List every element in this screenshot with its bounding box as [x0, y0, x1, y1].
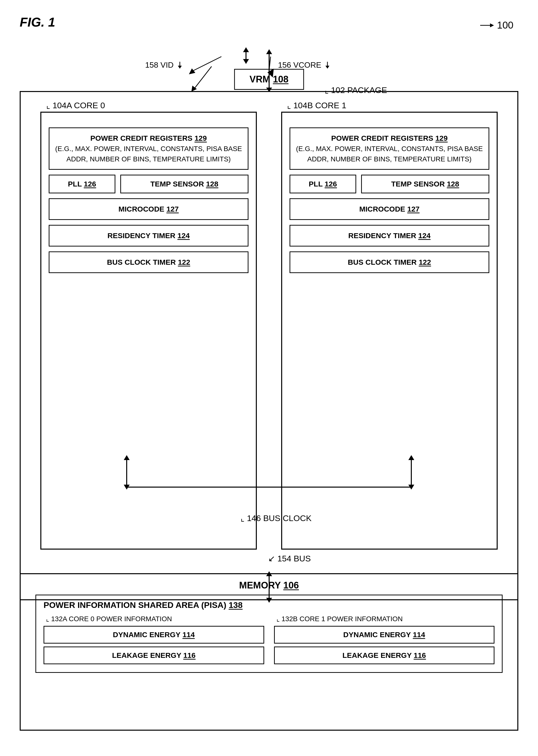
- vcore-label: 156 VCORE: [278, 61, 331, 70]
- core1-temp-sensor-box: TEMP SENSOR 128: [361, 175, 489, 193]
- core1-power-credit-box: POWER CREDIT REGISTERS 129 (E.G., MAX. P…: [290, 128, 489, 170]
- core1-dynamic-energy-box: DYNAMIC ENERGY 114: [274, 626, 495, 644]
- svg-marker-18: [191, 85, 197, 91]
- core0-pll-box: PLL 126: [49, 175, 115, 193]
- svg-marker-31: [243, 59, 249, 64]
- bus-label: ↙ 154 BUS: [268, 554, 311, 564]
- core0-pll-temp-row: PLL 126 TEMP SENSOR 128: [49, 175, 248, 193]
- vrm-box: VRM 108: [234, 69, 304, 90]
- core1-power-info-label: ⌞ 132B CORE 1 POWER INFORMATION: [274, 615, 495, 623]
- core0-residency-timer-box: RESIDENCY TIMER 124: [49, 225, 248, 246]
- svg-marker-15: [266, 49, 272, 54]
- core1-leakage-energy-box: LEAKAGE ENERGY 116: [274, 647, 495, 664]
- svg-marker-12: [189, 68, 195, 74]
- core1-label: ⌞ 104B CORE 1: [287, 100, 347, 110]
- bus-clock-label: ⌞ 146 BUS CLOCK: [241, 513, 311, 523]
- core0-temp-sensor-box: TEMP SENSOR 128: [120, 175, 248, 193]
- core1-microcode-box: MICROCODE 127: [290, 198, 489, 220]
- core1-power-info-col: ⌞ 132B CORE 1 POWER INFORMATION DYNAMIC …: [274, 615, 495, 667]
- core0-bus-clock-timer-box: BUS CLOCK TIMER 122: [49, 251, 248, 273]
- core0-label: ⌞ 104A CORE 0: [46, 100, 105, 110]
- memory-label: MEMORY 106: [21, 574, 517, 595]
- core1-pll-box: PLL 126: [290, 175, 356, 193]
- svg-line-17: [194, 67, 212, 88]
- core1-box: ⌞ 104B CORE 1 POWER CREDIT REGISTERS 129…: [281, 112, 498, 550]
- pisa-label: POWER INFORMATION SHARED AREA (PISA) 138: [43, 600, 495, 610]
- svg-marker-5: [325, 66, 329, 69]
- svg-marker-1: [490, 24, 494, 27]
- core0-microcode-box: MICROCODE 127: [49, 198, 248, 220]
- core1-pll-temp-row: PLL 126 TEMP SENSOR 128: [290, 175, 489, 193]
- svg-marker-30: [243, 47, 249, 52]
- svg-marker-3: [178, 66, 182, 69]
- power-info-row: ⌞ 132A CORE 0 POWER INFORMATION DYNAMIC …: [43, 615, 495, 667]
- core0-leakage-energy-box: LEAKAGE ENERGY 116: [43, 647, 264, 664]
- pisa-box: POWER INFORMATION SHARED AREA (PISA) 138…: [35, 595, 503, 673]
- core0-power-info-label: ⌞ 132A CORE 0 POWER INFORMATION: [43, 615, 264, 623]
- core0-box: ⌞ 104A CORE 0 POWER CREDIT REGISTERS 129…: [40, 112, 257, 550]
- core1-residency-timer-box: RESIDENCY TIMER 124: [290, 225, 489, 246]
- memory-box: MEMORY 106 POWER INFORMATION SHARED AREA…: [20, 573, 518, 731]
- core1-bus-clock-timer-box: BUS CLOCK TIMER 122: [290, 251, 489, 273]
- package-box: ⌞ 104A CORE 0 POWER CREDIT REGISTERS 129…: [20, 91, 518, 600]
- core0-power-credit-box: POWER CREDIT REGISTERS 129 (E.G., MAX. P…: [49, 128, 248, 170]
- svg-line-11: [192, 57, 221, 71]
- ref-100: 100: [480, 20, 513, 31]
- fig-label: FIG. 1: [20, 15, 55, 29]
- core0-dynamic-energy-box: DYNAMIC ENERGY 114: [43, 626, 264, 644]
- core0-power-info-col: ⌞ 132A CORE 0 POWER INFORMATION DYNAMIC …: [43, 615, 264, 667]
- vid-label: 158 VID: [145, 61, 184, 70]
